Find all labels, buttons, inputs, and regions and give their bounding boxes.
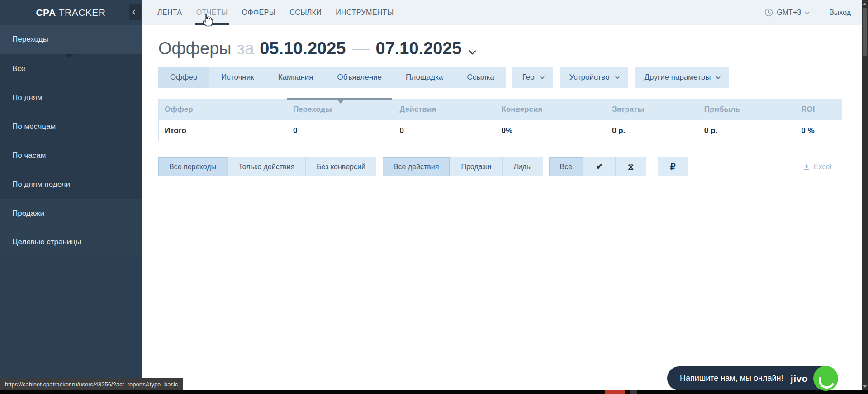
title-preposition: за (237, 39, 255, 58)
sidebar-item-по-месяцам[interactable]: По месяцам (0, 112, 142, 141)
top-nav-item-ссылки[interactable]: ССЫЛКИ (289, 0, 323, 25)
sidebar-item-по-часам[interactable]: По часам (0, 141, 142, 170)
date-to[interactable]: 07.10.2025 (375, 39, 461, 58)
column-header-прибыль[interactable]: Прибыль (698, 99, 795, 120)
sidebar-item-label: Переходы (12, 35, 48, 44)
top-nav-item-отчеты[interactable]: ОТЧЕТЫ (195, 0, 229, 25)
tab-объявление[interactable]: Объявление (325, 67, 394, 88)
chevron-left-icon (132, 9, 137, 14)
totals-value-3: 0 р. (606, 120, 698, 141)
scrollbar-thumb[interactable] (863, 8, 867, 56)
actions-filter-group: Все действияПродажиЛиды (383, 157, 543, 176)
clock-icon (764, 8, 773, 17)
sidebar-nav: ПереходыВсеПо днямПо месяцамПо часамПо д… (0, 25, 142, 256)
date-range-dropdown-button[interactable] (469, 39, 474, 58)
sidebar-item-переходы[interactable]: Переходы (0, 25, 142, 54)
sidebar-item-по-дням-недели[interactable]: По дням недели (0, 170, 142, 199)
chat-widget[interactable]: Напишите нам, мы онлайн! jivo (667, 366, 837, 390)
export-excel-link[interactable]: Excel (803, 163, 831, 171)
sidebar-item-продажи[interactable]: Продажи (0, 199, 142, 228)
top-navigation: ЛЕНТАОТЧЕТЫОФФЕРЫССЫЛКИИНСТРУМЕНТЫ GMT+3… (142, 0, 862, 25)
sidebar-item-label: Целевые страницы (12, 237, 81, 247)
jivo-green-icon (813, 366, 838, 391)
column-header-действия[interactable]: Действия (394, 99, 495, 120)
report-content: Офферы за 05.10.2025 — 07.10.2025 ОфферИ… (142, 25, 862, 390)
table-header-row: ОфферПереходыДействияКонверсияЗатратыПри… (159, 99, 842, 120)
sidebar: CPA TRACKER ПереходыВсеПо днямПо месяцам… (0, 0, 142, 390)
export-excel-label: Excel (814, 163, 831, 171)
dropdown-button-label: Гео (522, 73, 535, 82)
dropdown-button-label: Устройство (569, 73, 610, 82)
bottom-taskbar (0, 390, 868, 394)
date-separator: — (352, 39, 369, 58)
currency-rouble-button[interactable]: ₽ (658, 157, 688, 176)
dropdown-button-устройство[interactable]: Устройство (560, 67, 628, 88)
tab-источник[interactable]: Источник (209, 67, 266, 88)
sidebar-item-label: По месяцам (12, 122, 56, 131)
top-nav-items: ЛЕНТАОТЧЕТЫОФФЕРЫССЫЛКИИНСТРУМЕНТЫ (157, 0, 407, 25)
sort-direction-icon (337, 100, 344, 104)
tab-оффер[interactable]: Оффер (158, 67, 209, 88)
chevron-down-icon (615, 75, 620, 79)
chevron-down-icon (469, 47, 476, 55)
dropdown-filter-buttons: ГеоУстройствоДругие параметры (506, 67, 730, 88)
vertical-scrollbar[interactable] (862, 0, 868, 390)
timezone-selector[interactable]: GMT+3 (764, 8, 808, 17)
filter-только-действия[interactable]: Только действия (228, 157, 306, 176)
filter-все-действия[interactable]: Все действия (383, 157, 451, 176)
totals-value-0: 0 (287, 120, 394, 141)
chevron-down-icon (540, 75, 545, 79)
totals-value-2: 0% (495, 120, 606, 141)
active-section-caret-icon (65, 54, 74, 58)
top-nav-item-лента[interactable]: ЛЕНТА (157, 0, 183, 25)
filter-без-конверсий[interactable]: Без конверсий (306, 157, 376, 176)
timezone-label: GMT+3 (777, 9, 801, 17)
app-logo[interactable]: CPA TRACKER (36, 7, 105, 18)
column-header-затраты[interactable]: Затраты (606, 99, 698, 120)
jivo-logo: jivo (791, 373, 808, 384)
logout-link[interactable]: Выход (829, 9, 851, 17)
status-filter-group: Все✔⧖ (549, 157, 646, 176)
dropdown-button-другие-параметры[interactable]: Другие параметры (635, 67, 730, 88)
active-tab-underline (195, 23, 229, 25)
filter-продажи[interactable]: Продажи (450, 157, 503, 176)
sidebar-item-по-дням[interactable]: По дням (0, 83, 142, 112)
totals-value-4: 0 р. (698, 120, 795, 141)
tab-кампания[interactable]: Кампания (266, 67, 326, 88)
sidebar-item-все[interactable]: Все (0, 54, 142, 83)
filter-все-переходы[interactable]: Все переходы (158, 157, 228, 176)
download-icon (803, 163, 810, 170)
top-nav-item-офферы[interactable]: ОФФЕРЫ (241, 0, 277, 25)
dropdown-button-гео[interactable]: Гео (512, 67, 553, 88)
top-nav-item-инструменты[interactable]: ИНСТРУМЕНТЫ (335, 0, 394, 25)
traffic-filter-group: Все переходыТолько действияБез конверсий (158, 157, 376, 176)
scroll-up-icon[interactable] (863, 3, 867, 5)
sidebar-collapse-button[interactable] (129, 4, 141, 20)
taskbar-red-segment (605, 390, 625, 394)
filter-лиды[interactable]: Лиды (503, 157, 542, 176)
totals-value-5: 0 % (795, 120, 842, 141)
column-header-roi[interactable]: ROI (795, 99, 842, 120)
column-header-конверсия[interactable]: Конверсия (495, 99, 606, 120)
date-from[interactable]: 05.10.2025 (260, 39, 346, 58)
page-title: Офферы (158, 39, 232, 58)
sidebar-item-целевые-страницы[interactable]: Целевые страницы (0, 228, 142, 256)
column-header-переходы[interactable]: Переходы (287, 99, 394, 120)
sidebar-item-label: По часам (12, 151, 46, 160)
tab-площадка[interactable]: Площадка (394, 67, 455, 88)
sidebar-item-label: Продажи (12, 209, 44, 218)
table-totals-row: Итого000%0 р.0 р.0 % (159, 120, 842, 141)
browser-status-url: https://cabinet.cpatracker.ru/users/4825… (0, 378, 183, 390)
filter-hourglass-icon-button[interactable]: ⧖ (616, 157, 646, 176)
tab-ссылка[interactable]: Ссылка (455, 67, 506, 88)
sidebar-item-label: По дням (12, 93, 43, 102)
filter-все[interactable]: Все (549, 157, 584, 176)
dimension-tabs-row: ОфферИсточникКампанияОбъявлениеПлощадкаС… (158, 67, 862, 88)
top-nav-right: GMT+3 Выход (764, 0, 862, 25)
column-header-оффер[interactable]: Оффер (159, 99, 287, 120)
filter-check-icon-button[interactable]: ✔ (583, 157, 616, 176)
scroll-down-icon[interactable] (863, 385, 867, 388)
sidebar-item-label: По дням недели (12, 180, 70, 189)
chevron-down-icon (716, 75, 721, 79)
logo-bold: CPA (36, 7, 56, 18)
